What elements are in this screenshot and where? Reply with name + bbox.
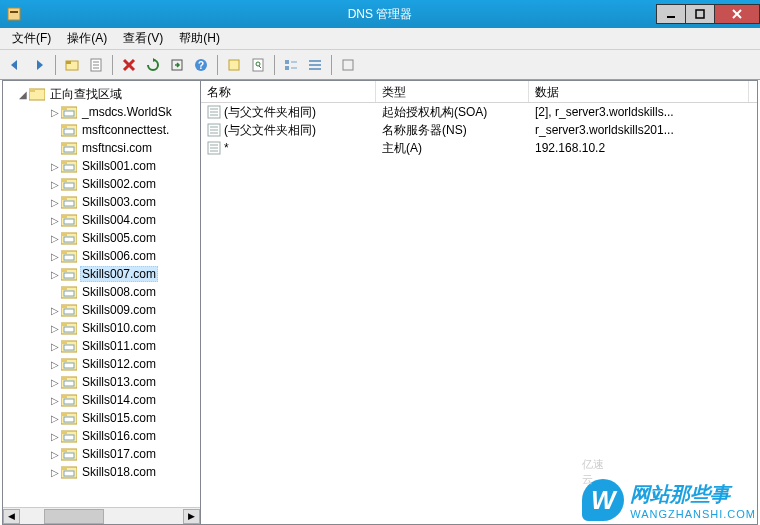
- tree-item-label: Skills014.com: [80, 393, 158, 407]
- tree-scroll[interactable]: ◢ 正向查找区域 ▷_msdcs.WorldSkmsftconnecttest.…: [3, 81, 200, 507]
- tree-root-label: 正向查找区域: [48, 86, 124, 103]
- tree-item[interactable]: ▷Skills001.com: [3, 157, 200, 175]
- expander-icon[interactable]: ◢: [17, 89, 29, 100]
- expander-icon[interactable]: ▷: [49, 467, 61, 478]
- expander-icon[interactable]: ▷: [49, 413, 61, 424]
- list-row[interactable]: *主机(A)192.168.10.2: [201, 139, 757, 157]
- svg-rect-30: [29, 89, 35, 92]
- list-pane: 名称 类型 数据 (与父文件夹相同)起始授权机构(SOA)[2], r_serv…: [201, 81, 757, 524]
- tree-item[interactable]: ▷_msdcs.WorldSk: [3, 103, 200, 121]
- expander-icon[interactable]: ▷: [49, 269, 61, 280]
- menu-action[interactable]: 操作(A): [59, 28, 115, 49]
- tree-item[interactable]: ▷Skills015.com: [3, 409, 200, 427]
- zone-icon: [61, 231, 77, 245]
- tree-item-label: Skills006.com: [80, 249, 158, 263]
- svg-rect-65: [61, 305, 67, 308]
- toolbar-separator: [55, 55, 56, 75]
- scroll-track[interactable]: [20, 508, 183, 525]
- horizontal-scrollbar[interactable]: ◀ ▶: [3, 507, 200, 524]
- svg-rect-35: [61, 125, 67, 128]
- tree-item[interactable]: ▷Skills005.com: [3, 229, 200, 247]
- minimize-button[interactable]: [656, 4, 686, 24]
- tree-item[interactable]: ▷Skills009.com: [3, 301, 200, 319]
- expander-icon[interactable]: ▷: [49, 359, 61, 370]
- tree-item[interactable]: ▷Skills002.com: [3, 175, 200, 193]
- svg-rect-38: [61, 143, 67, 146]
- forward-button[interactable]: [28, 54, 50, 76]
- tree-item[interactable]: ▷Skills011.com: [3, 337, 200, 355]
- zone-icon: [61, 249, 77, 263]
- tree-item[interactable]: ▷Skills007.com: [3, 265, 200, 283]
- zone-icon: [61, 357, 77, 371]
- properties-button[interactable]: [85, 54, 107, 76]
- expander-icon[interactable]: ▷: [49, 431, 61, 442]
- delete-button[interactable]: [118, 54, 140, 76]
- menu-file[interactable]: 文件(F): [4, 28, 59, 49]
- cell-name: (与父文件夹相同): [201, 104, 376, 121]
- list-row[interactable]: (与父文件夹相同)起始授权机构(SOA)[2], r_server3.world…: [201, 103, 757, 121]
- cell-type: 起始授权机构(SOA): [376, 104, 529, 121]
- svg-rect-41: [61, 161, 67, 164]
- refresh-button[interactable]: [142, 54, 164, 76]
- list-body[interactable]: (与父文件夹相同)起始授权机构(SOA)[2], r_server3.world…: [201, 103, 757, 524]
- tree-item-label: Skills002.com: [80, 177, 158, 191]
- tree-item[interactable]: ▷Skills003.com: [3, 193, 200, 211]
- tree-item-label: Skills005.com: [80, 231, 158, 245]
- maximize-button[interactable]: [685, 4, 715, 24]
- expander-icon[interactable]: ▷: [49, 215, 61, 226]
- expander-icon[interactable]: ▷: [49, 161, 61, 172]
- search-button[interactable]: [247, 54, 269, 76]
- tree-item[interactable]: msftncsi.com: [3, 139, 200, 157]
- tree-item-label: Skills001.com: [80, 159, 158, 173]
- expander-icon[interactable]: ▷: [49, 233, 61, 244]
- list-detail-button[interactable]: [304, 54, 326, 76]
- tree-item[interactable]: ▷Skills006.com: [3, 247, 200, 265]
- tree-item[interactable]: ▷Skills018.com: [3, 463, 200, 481]
- list-row[interactable]: (与父文件夹相同)名称服务器(NS)r_server3.worldskills2…: [201, 121, 757, 139]
- up-button[interactable]: [61, 54, 83, 76]
- tree-item[interactable]: msftconnecttest.: [3, 121, 200, 139]
- scroll-left-button[interactable]: ◀: [3, 509, 20, 524]
- tree-item[interactable]: ▷Skills014.com: [3, 391, 200, 409]
- tree-root[interactable]: ◢ 正向查找区域: [3, 85, 200, 103]
- scroll-right-button[interactable]: ▶: [183, 509, 200, 524]
- expander-icon[interactable]: ▷: [49, 179, 61, 190]
- app-icon: [6, 6, 22, 22]
- back-button[interactable]: [4, 54, 26, 76]
- close-button[interactable]: [714, 4, 760, 24]
- tree-item[interactable]: ▷Skills016.com: [3, 427, 200, 445]
- filter-button[interactable]: [223, 54, 245, 76]
- tree-item[interactable]: ▷Skills010.com: [3, 319, 200, 337]
- menu-help[interactable]: 帮助(H): [171, 28, 228, 49]
- scroll-thumb[interactable]: [44, 509, 104, 524]
- tree-item[interactable]: ▷Skills004.com: [3, 211, 200, 229]
- expander-icon[interactable]: ▷: [49, 251, 61, 262]
- column-type[interactable]: 类型: [376, 81, 529, 102]
- more-button[interactable]: [337, 54, 359, 76]
- expander-icon[interactable]: ▷: [49, 197, 61, 208]
- menu-view[interactable]: 查看(V): [115, 28, 171, 49]
- zone-icon: [61, 177, 77, 191]
- column-data[interactable]: 数据: [529, 81, 749, 102]
- tree-item[interactable]: Skills008.com: [3, 283, 200, 301]
- expander-icon[interactable]: ▷: [49, 377, 61, 388]
- export-button[interactable]: [166, 54, 188, 76]
- expander-icon[interactable]: ▷: [49, 305, 61, 316]
- tree-item[interactable]: ▷Skills013.com: [3, 373, 200, 391]
- tree-item[interactable]: ▷Skills017.com: [3, 445, 200, 463]
- expander-icon[interactable]: ▷: [49, 395, 61, 406]
- expander-icon[interactable]: ▷: [49, 107, 61, 118]
- list-large-button[interactable]: [280, 54, 302, 76]
- zone-icon: [61, 123, 77, 137]
- expander-icon[interactable]: ▷: [49, 449, 61, 460]
- expander-icon[interactable]: ▷: [49, 323, 61, 334]
- svg-rect-50: [61, 215, 67, 218]
- tree-item[interactable]: ▷Skills012.com: [3, 355, 200, 373]
- column-name[interactable]: 名称: [201, 81, 376, 102]
- svg-rect-78: [64, 381, 74, 386]
- svg-rect-51: [64, 219, 74, 224]
- expander-icon[interactable]: ▷: [49, 341, 61, 352]
- cell-name: *: [201, 141, 376, 156]
- help-button[interactable]: ?: [190, 54, 212, 76]
- svg-rect-62: [61, 287, 67, 290]
